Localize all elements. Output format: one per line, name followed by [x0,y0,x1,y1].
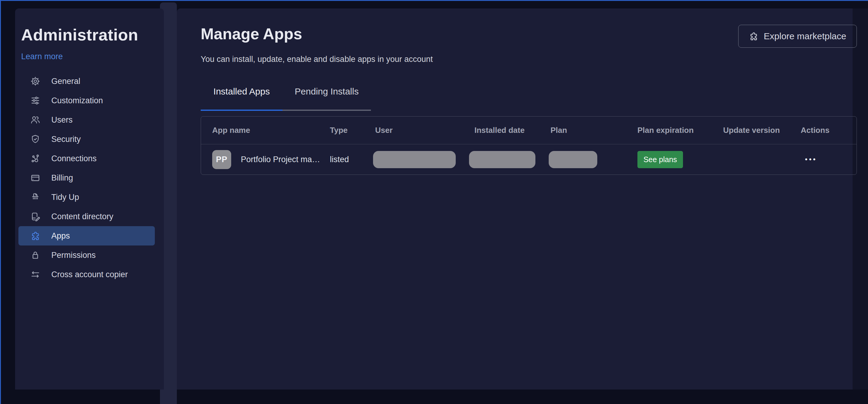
sidebar-item-label: Users [51,115,73,125]
shield-check-icon [30,134,40,144]
sidebar-item-billing[interactable]: Billing [21,168,152,187]
gear-icon [30,76,40,86]
administration-page: Administration Learn more General [0,0,868,404]
user-redacted-pill [373,151,456,168]
col-header-plan: Plan [551,125,638,135]
sidebar-nav: General Customization [21,71,152,284]
explore-marketplace-button[interactable]: Explore marketplace [738,25,857,48]
col-header-update-version: Update version [723,125,801,135]
puzzle-icon [30,231,40,241]
sidebar-item-cross-account-copier[interactable]: Cross account copier [21,265,152,284]
swap-arrows-icon [30,269,40,280]
col-header-actions: Actions [801,125,857,135]
page-title: Manage Apps [201,25,738,43]
focus-outline-left [0,0,1,404]
sidebar-item-permissions[interactable]: Permissions [21,246,152,265]
tab-bar: Installed Apps Pending Installs [201,83,857,111]
app-type: listed [330,155,375,164]
row-actions-menu-button[interactable]: ••• [801,155,817,164]
sidebar-item-apps[interactable]: Apps [19,226,155,246]
sidebar-item-label: General [51,77,80,86]
shredder-icon [30,192,40,202]
puzzle-icon [749,31,758,41]
network-icon [30,153,40,164]
col-header-user: User [375,125,474,135]
col-header-installed-date: Installed date [474,125,551,135]
sidebar-item-label: Customization [51,96,103,105]
app-avatar: PP [212,150,231,169]
col-header-plan-expiration: Plan expiration [638,125,723,135]
sidebar-item-label: Cross account copier [51,270,128,279]
lock-icon [30,250,40,260]
col-header-app-name: App name [212,125,330,135]
plan-redacted-pill [549,151,597,168]
page-subtitle: You can install, update, enable and disa… [201,54,857,64]
sidebar-item-security[interactable]: Security [21,129,152,149]
sidebar-item-label: Permissions [51,251,96,260]
credit-card-icon [30,173,40,183]
notebook-edit-icon [30,211,40,222]
table-row: PP Portfolio Project ma… listed See plan… [201,144,857,175]
installed-date-redacted-pill [469,151,535,168]
sidebar-item-customization[interactable]: Customization [21,91,152,110]
sidebar-item-general[interactable]: General [21,71,152,91]
app-name: Portfolio Project ma… [241,155,320,164]
page-header: Manage Apps Explore marketplace [201,25,857,48]
sidebar-item-content-directory[interactable]: Content directory [21,207,152,226]
sidebar-item-label: Apps [51,231,70,241]
apps-table: App name Type User Installed date Plan P… [201,116,857,175]
see-plans-button[interactable]: See plans [638,151,683,168]
focus-outline-top [0,0,868,1]
sidebar-item-tidy-up[interactable]: Tidy Up [21,187,152,207]
sidebar-item-label: Connections [51,154,97,163]
tab-pending-installs[interactable]: Pending Installs [282,83,371,111]
sidebar-item-label: Content directory [51,212,114,221]
sidebar-item-connections[interactable]: Connections [21,149,152,168]
admin-sidebar: Administration Learn more General [15,8,164,389]
sidebar-item-label: Security [51,135,81,144]
table-header-row: App name Type User Installed date Plan P… [201,117,857,144]
sidebar-item-users[interactable]: Users [21,110,152,129]
sliders-icon [30,95,40,106]
sidebar-title: Administration [21,25,152,44]
tab-installed-apps[interactable]: Installed Apps [201,83,282,111]
sidebar-item-label: Billing [51,173,73,183]
users-icon [30,115,40,125]
col-header-type: Type [330,125,375,135]
explore-marketplace-label: Explore marketplace [764,31,846,41]
learn-more-link[interactable]: Learn more [21,52,63,61]
sidebar-item-label: Tidy Up [51,193,79,202]
manage-apps-panel: Manage Apps Explore marketplace You can … [177,8,868,389]
